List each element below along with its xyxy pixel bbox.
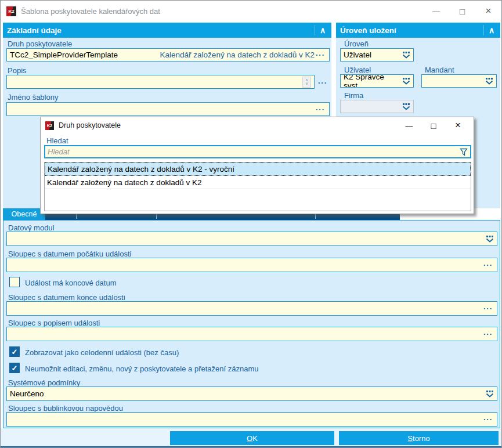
basic-panel-title: Základní údaje bbox=[7, 26, 62, 35]
ellipsis-icon[interactable]: ··· bbox=[482, 261, 494, 269]
systemove-value: Neurčeno bbox=[10, 389, 44, 398]
sloupec-pocatku-field[interactable]: ··· bbox=[6, 258, 497, 272]
dropdown-icon[interactable] bbox=[486, 391, 494, 398]
k2-app-icon: K2 bbox=[6, 6, 16, 16]
dropdown-icon[interactable] bbox=[402, 52, 410, 59]
datovy-modul-dropdown[interactable] bbox=[6, 232, 497, 246]
popis-field[interactable]: ∧∨ bbox=[6, 75, 315, 89]
popup-title-bar: K2 Druh poskytovatele — □ × bbox=[41, 117, 474, 133]
search-field[interactable] bbox=[44, 145, 471, 158]
sloupec-konce-field[interactable]: ··· bbox=[6, 301, 497, 316]
main-window: K2 Šablona poskytovatele kalendářových d… bbox=[0, 0, 502, 448]
uzivatel-value: K2 Správce syst... bbox=[344, 74, 400, 88]
neumoznit-label: Neumožnit editaci, změnu, nový z poskyto… bbox=[25, 364, 259, 373]
header-separator bbox=[315, 25, 315, 35]
ellipsis-icon[interactable]: ··· bbox=[482, 305, 494, 312]
check-icon: ✓ bbox=[12, 348, 18, 356]
bublinkova-field[interactable]: ··· bbox=[6, 412, 497, 427]
ok-button[interactable]: OK bbox=[170, 431, 334, 445]
mandant-dropdown[interactable] bbox=[421, 74, 497, 88]
druh-field[interactable]: TCc2_SimpleProviderTemplate Kalendář zal… bbox=[6, 48, 330, 62]
dropdown-icon[interactable] bbox=[402, 78, 410, 85]
sloupec-konce-label: Sloupec s datumem konce události bbox=[8, 293, 125, 302]
header-separator bbox=[483, 25, 484, 35]
popis-ellipsis-icon[interactable]: ··· bbox=[318, 78, 327, 87]
celodenni-label: Zobrazovat jako celodenní události (bez … bbox=[25, 348, 179, 357]
tab-obecne[interactable]: Obecné bbox=[3, 208, 45, 220]
dropdown-icon[interactable] bbox=[486, 236, 494, 243]
firma-label: Firma bbox=[344, 91, 363, 100]
popup-maximize-icon[interactable]: □ bbox=[421, 117, 446, 133]
check-icon: ✓ bbox=[12, 364, 18, 373]
minimize-icon[interactable]: — bbox=[423, 1, 449, 21]
search-input[interactable] bbox=[48, 147, 460, 156]
storno-button[interactable]: Storno bbox=[339, 431, 499, 445]
general-tab-content: Datový modul Sloupec s datumem počátku u… bbox=[3, 220, 500, 428]
dropdown-icon[interactable] bbox=[485, 78, 493, 85]
druh-display-text: Kalendář založený na datech z dokladů v … bbox=[160, 50, 315, 59]
koncove-datum-checkbox[interactable] bbox=[9, 277, 20, 287]
datovy-modul-label: Datový modul bbox=[8, 223, 54, 232]
level-panel-title: Úroveň uložení bbox=[340, 26, 396, 35]
k2-app-icon: K2 bbox=[45, 121, 54, 130]
jmeno-label: Jméno šablony bbox=[8, 93, 58, 102]
druh-poskytovatele-dialog: K2 Druh poskytovatele — □ × Hledat Kalen… bbox=[40, 117, 474, 214]
close-icon[interactable]: × bbox=[475, 1, 501, 21]
uzivatel-label: Uživatel bbox=[344, 66, 371, 74]
ellipsis-icon[interactable]: ··· bbox=[482, 330, 494, 338]
druh-ellipsis-icon[interactable]: ··· bbox=[315, 51, 326, 59]
koncove-datum-label: Událost má koncové datum bbox=[25, 279, 117, 287]
popup-minimize-icon[interactable]: — bbox=[397, 117, 421, 133]
list-item[interactable]: Kalendář založený na datech z dokladů v … bbox=[45, 176, 471, 189]
ellipsis-icon[interactable]: ··· bbox=[482, 416, 494, 423]
uroven-label: Úroveň bbox=[344, 39, 369, 48]
druh-label: Druh poskytovatele bbox=[8, 39, 72, 48]
jmeno-ellipsis-icon[interactable]: ··· bbox=[315, 106, 326, 113]
maximize-icon[interactable]: □ bbox=[449, 1, 475, 21]
collapse-icon[interactable]: ∧ bbox=[486, 24, 497, 36]
sloupec-popisem-field[interactable]: ··· bbox=[6, 327, 497, 341]
firma-dropdown bbox=[340, 100, 414, 113]
uzivatel-dropdown[interactable]: K2 Správce syst... bbox=[340, 74, 414, 88]
popup-title: Druh poskytovatele bbox=[59, 121, 121, 129]
filter-icon[interactable] bbox=[460, 148, 468, 156]
level-panel-header: Úroveň uložení ∧ bbox=[336, 23, 500, 38]
popup-close-icon[interactable]: × bbox=[446, 117, 470, 133]
sloupec-pocatku-label: Sloupec s datumem počátku události bbox=[8, 250, 131, 258]
druh-value: TCc2_SimpleProviderTemplate bbox=[10, 50, 118, 59]
mandant-label: Mandant bbox=[425, 66, 454, 74]
neumoznit-checkbox[interactable]: ✓ bbox=[9, 363, 20, 373]
systemove-dropdown[interactable]: Neurčeno bbox=[6, 386, 497, 401]
sloupec-popisem-label: Sloupec s popisem události bbox=[8, 319, 100, 327]
collapse-icon[interactable]: ∧ bbox=[317, 24, 328, 36]
button-bar: OK Storno bbox=[1, 428, 502, 446]
spinner-icon[interactable]: ∧∨ bbox=[302, 77, 311, 88]
provider-type-list: Kalendář založený na datech z dokladů v … bbox=[44, 162, 471, 211]
bublinkova-label: Sloupec s bublinkovou napovědou bbox=[8, 404, 123, 413]
uroven-dropdown[interactable]: Uživatel bbox=[340, 48, 414, 62]
popis-label: Popis bbox=[8, 66, 27, 75]
jmeno-field[interactable]: ··· bbox=[6, 102, 330, 116]
search-label: Hledat bbox=[46, 136, 68, 145]
celodenni-checkbox[interactable]: ✓ bbox=[9, 346, 20, 357]
basic-panel-header: Základní údaje ∧ bbox=[3, 23, 331, 38]
systemove-label: Systémové podmínky bbox=[8, 378, 80, 387]
window-title: Šablona poskytovatele kalendářových dat bbox=[21, 7, 160, 16]
dropdown-icon bbox=[402, 103, 410, 110]
uroven-value: Uživatel bbox=[344, 50, 371, 59]
list-item[interactable]: Kalendář založený na datech z dokladů v … bbox=[45, 162, 471, 176]
title-bar: K2 Šablona poskytovatele kalendářových d… bbox=[1, 1, 501, 21]
